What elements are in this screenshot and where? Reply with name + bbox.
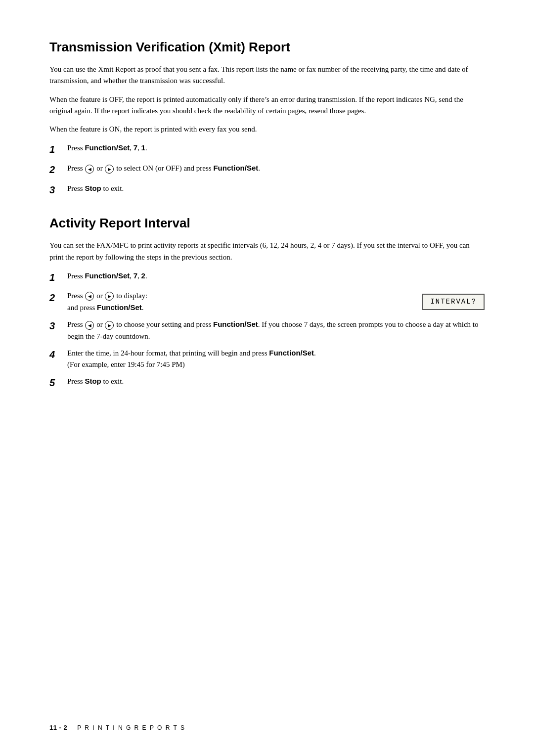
section1-para2: When the feature is OFF, the report is p…	[49, 94, 485, 117]
section1-para3: When the feature is ON, the report is pr…	[49, 124, 485, 135]
right-arrow-icon-3: ►	[105, 321, 114, 330]
page: Transmission Verification (Xmit) Report …	[0, 0, 534, 756]
s2-step2-content: Press ◄ or ► to display: and press Funct…	[67, 290, 485, 314]
step1-content: Press Function/Set, 7, 1.	[67, 142, 485, 154]
step-number-2: 2	[49, 162, 67, 178]
section2-step2: 2 Press ◄ or ► to display: and press Fun…	[49, 290, 485, 314]
right-arrow-icon-2: ►	[105, 292, 114, 301]
s2-step-number-4: 4	[49, 347, 67, 362]
section1-para1: You can use the Xmit Report as proof tha…	[49, 64, 485, 87]
s2-step-number-1: 1	[49, 270, 67, 285]
footer: 11 - 2 P R I N T I N G R E P O R T S	[49, 724, 485, 731]
section2-step1: 1 Press Function/Set, 7, 2.	[49, 270, 485, 285]
step2-row: Press ◄ or ► to display: and press Funct…	[67, 290, 485, 314]
left-arrow-icon-2: ◄	[85, 292, 94, 301]
section2-para1: You can set the FAX/MFC to print activit…	[49, 240, 485, 263]
s2-step5-content: Press Stop to exit.	[67, 375, 485, 387]
interval-display: INTERVAL?	[422, 294, 485, 311]
section2: Activity Report Interval You can set the…	[49, 216, 485, 391]
section2-step4: 4 Enter the time, in 24-hour format, tha…	[49, 347, 485, 371]
footer-section-title: P R I N T I N G R E P O R T S	[77, 724, 185, 731]
left-arrow-icon-3: ◄	[85, 321, 94, 330]
section1-step1: 1 Press Function/Set, 7, 1.	[49, 142, 485, 157]
section2-step3: 3 Press ◄ or ► to choose your setting an…	[49, 318, 485, 342]
left-arrow-icon: ◄	[85, 165, 94, 174]
footer-page-number: 11 - 2	[49, 724, 67, 731]
section1-step2: 2 Press ◄ or ► to select ON (or OFF) and…	[49, 162, 485, 178]
section2-title: Activity Report Interval	[49, 216, 485, 231]
section2-step5: 5 Press Stop to exit.	[49, 375, 485, 391]
step-number-1: 1	[49, 142, 67, 157]
s2-step1-content: Press Function/Set, 7, 2.	[67, 270, 485, 282]
s2-step3-content: Press ◄ or ► to choose your setting and …	[67, 318, 485, 342]
s2-step4-content: Enter the time, in 24-hour format, that …	[67, 347, 485, 371]
step3-content: Press Stop to exit.	[67, 182, 485, 194]
s2-step-number-3: 3	[49, 318, 67, 334]
step2-text: Press ◄ or ► to display: and press Funct…	[67, 290, 398, 314]
section1-step3: 3 Press Stop to exit.	[49, 182, 485, 198]
step2-content: Press ◄ or ► to select ON (or OFF) and p…	[67, 162, 485, 174]
step-number-3: 3	[49, 182, 67, 198]
right-arrow-icon: ►	[105, 165, 114, 174]
s2-step-number-5: 5	[49, 375, 67, 391]
section2-steps: 1 Press Function/Set, 7, 2. 2 Press ◄ or…	[49, 270, 485, 391]
lcd-display: INTERVAL?	[407, 294, 485, 311]
section1-title: Transmission Verification (Xmit) Report	[49, 40, 485, 55]
s2-step-number-2: 2	[49, 290, 67, 306]
section1-steps: 1 Press Function/Set, 7, 1. 2 Press ◄ or…	[49, 142, 485, 198]
